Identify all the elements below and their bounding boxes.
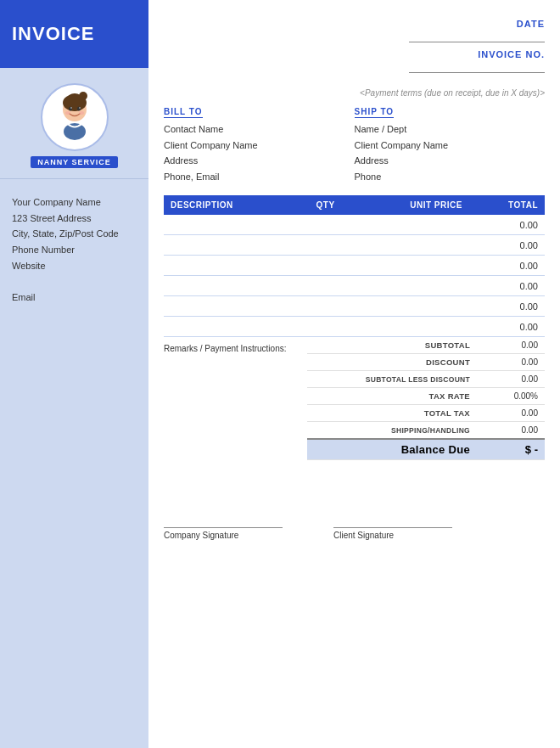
bill-to-label: BILL TO [164,107,203,118]
company-city: City, State, Zip/Post Code [12,226,137,242]
sidebar-info: Your Company Name 123 Street Address Cit… [0,179,148,306]
table-row: 0.00 [164,296,545,317]
table-row: 0.00 [164,317,545,337]
svg-point-8 [65,111,70,115]
ship-to-column: SHIP TO Name / Dept Client Company Name … [355,103,546,185]
bill-to-column: BILL TO Contact Name Client Company Name… [164,103,355,185]
remarks-column: Remarks / Payment Instructions: [164,337,307,460]
logo-circle [41,83,109,151]
row-description [164,276,297,296]
top-right: DATE INVOICE NO. [164,0,545,88]
row-qty [297,317,354,337]
table-row: 0.00 [164,235,545,256]
total-tax-label: TOTAL TAX [307,405,477,422]
row-total: 0.00 [469,256,545,276]
client-signature-col: Client Signature [333,511,452,540]
company-sig-label: Company Signature [164,531,238,540]
ship-phone: Phone [355,169,546,185]
bill-ship-section: BILL TO Contact Name Client Company Name… [164,103,545,185]
row-qty [297,296,354,317]
main-content: DATE INVOICE NO. <Payment terms (due on … [148,0,560,748]
balance-due-value: $ - [477,439,545,460]
invoice-row: INVOICE NO. [409,49,545,73]
row-qty [297,276,354,296]
discount-value: 0.00 [477,354,545,371]
signatures-section: Company Signature Client Signature [164,511,545,557]
table-row: 0.00 [164,276,545,296]
bill-company-name: Client Company Name [164,138,355,154]
company-address: 123 Street Address [12,211,137,227]
col-qty: QTY [297,195,354,215]
row-description [164,215,297,235]
svg-point-5 [77,107,81,111]
total-tax-value: 0.00 [477,405,545,422]
client-sig-line [333,511,452,528]
ship-to-label: SHIP TO [355,107,395,118]
table-row: 0.00 [164,256,545,276]
subtotal-less-discount-label: SUBTOTAL LESS DISCOUNT [307,371,477,388]
table-row: 0.00 [164,215,545,235]
svg-point-4 [69,107,72,111]
balance-due-label: Balance Due [307,439,477,460]
col-unit-price: UNIT PRICE [354,195,469,215]
svg-point-3 [63,94,87,111]
ship-address: Address [355,153,546,169]
company-phone: Phone Number [12,242,137,258]
invoice-label: INVOICE NO. [478,49,545,59]
payment-terms: <Payment terms (due on receipt, due in X… [164,88,545,98]
company-sig-line [164,511,283,528]
tax-rate-label: TAX RATE [307,388,477,405]
company-email: Email [12,290,137,306]
row-description [164,256,297,276]
invoice-line [409,59,545,73]
row-description [164,296,297,317]
row-total: 0.00 [469,215,545,235]
bill-phone-email: Phone, Email [164,169,355,185]
totals-section: Remarks / Payment Instructions: SUBTOTAL… [164,337,545,460]
row-description [164,235,297,256]
company-name: Your Company Name [12,194,137,211]
svg-point-10 [64,123,86,140]
company-website: Website [12,258,137,274]
sidebar: INVOICE [0,0,148,748]
row-unit-price [354,235,469,256]
subtotal-label: SUBTOTAL [307,337,477,354]
company-signature-col: Company Signature [164,511,283,540]
row-unit-price [354,296,469,317]
col-description: DESCRIPTION [164,195,297,215]
invoice-title: INVOICE [12,23,94,45]
row-qty [297,256,354,276]
discount-label: DISCOUNT [307,354,477,371]
row-total: 0.00 [469,296,545,317]
row-unit-price [354,276,469,296]
logo-icon [45,87,104,147]
row-qty [297,235,354,256]
date-label: DATE [517,19,545,29]
remarks-label: Remarks / Payment Instructions: [164,344,287,353]
date-line [409,29,545,42]
svg-point-9 [79,111,84,115]
invoice-table: DESCRIPTION QTY UNIT PRICE TOTAL 0.00 0.… [164,195,545,338]
row-unit-price [354,317,469,337]
row-unit-price [354,215,469,235]
row-unit-price [354,256,469,276]
svg-point-7 [79,107,80,108]
subtotal-less-discount-value: 0.00 [477,371,545,388]
ship-company-name: Client Company Name [355,138,546,154]
svg-point-6 [70,107,71,108]
tax-rate-value: 0.00% [477,388,545,405]
row-total: 0.00 [469,276,545,296]
date-row: DATE [409,19,545,42]
row-qty [297,215,354,235]
row-total: 0.00 [469,317,545,337]
bill-contact-name: Contact Name [164,121,355,138]
ship-name-dept: Name / Dept [355,121,546,138]
subtotal-value: 0.00 [477,337,545,354]
row-description [164,317,297,337]
client-sig-label: Client Signature [333,531,394,540]
shipping-label: SHIPPING/HANDLING [307,422,477,440]
logo-label: NANNY SERVICE [31,156,118,168]
logo-area: NANNY SERVICE [0,68,148,179]
shipping-value: 0.00 [477,422,545,440]
col-total: TOTAL [469,195,545,215]
